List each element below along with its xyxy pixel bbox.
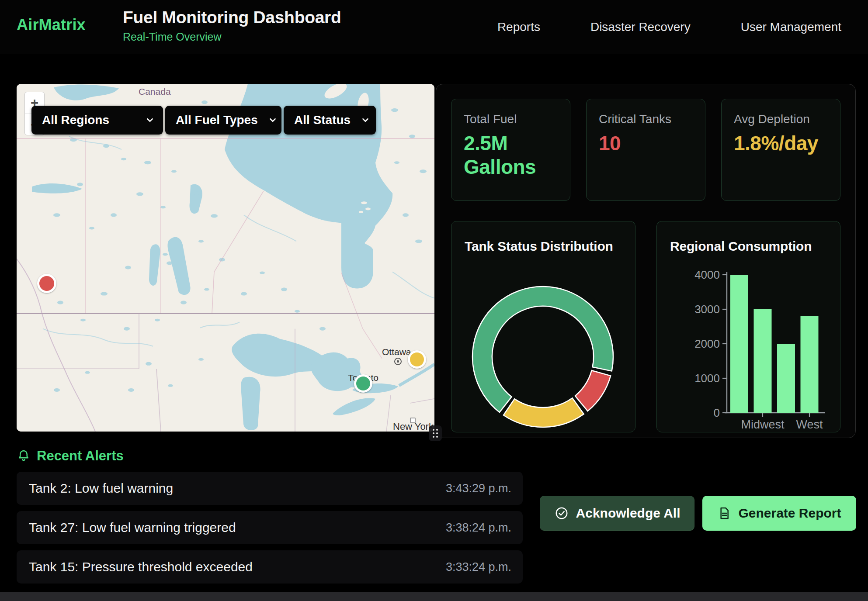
- tank-status-card: Tank Status Distribution: [451, 221, 635, 432]
- alerts-header: Recent Alerts: [17, 448, 124, 464]
- document-icon: [717, 506, 731, 520]
- map-marker-warning[interactable]: [408, 350, 426, 369]
- stat-card-avg-depletion: Avg Depletion1.8%/day: [721, 99, 840, 201]
- header-nav: ReportsDisaster RecoveryUser Management: [497, 0, 841, 54]
- page-subtitle: Real-Time Overview: [123, 31, 341, 43]
- filter-dropdown-all-fuel-types[interactable]: All Fuel Types: [165, 106, 281, 135]
- map-resize-handle-icon[interactable]: [429, 425, 442, 441]
- generate-report-label: Generate Report: [738, 506, 841, 521]
- svg-text:2000: 2000: [694, 337, 720, 350]
- acknowledge-all-label: Acknowledge All: [576, 506, 681, 521]
- svg-text:1000: 1000: [694, 372, 720, 385]
- stat-value: 10: [599, 131, 693, 155]
- chevron-down-icon: [361, 116, 370, 124]
- overview-panel: Total Fuel2.5M GallonsCritical Tanks10Av…: [436, 84, 856, 438]
- map-marker-critical[interactable]: [37, 274, 56, 293]
- filter-value: All Regions: [42, 113, 109, 127]
- map-marker-normal[interactable]: [354, 374, 372, 393]
- ottawa-city-dot-icon: [394, 358, 402, 365]
- svg-text:3000: 3000: [694, 303, 720, 316]
- filter-dropdown-all-regions[interactable]: All Regions: [31, 106, 163, 135]
- filter-value: All Status: [294, 113, 351, 127]
- alert-row: Tank 2: Low fuel warning3:43:29 p.m.: [17, 472, 523, 505]
- alert-message: Tank 15: Pressure threshold exceeded: [29, 560, 253, 574]
- alert-message: Tank 2: Low fuel warning: [29, 481, 173, 496]
- bar-3: [801, 316, 819, 413]
- stat-value: 1.8%/day: [734, 131, 828, 155]
- alerts-title: Recent Alerts: [37, 448, 124, 464]
- alert-time: 3:38:24 p.m.: [446, 521, 511, 535]
- donut-segment-red: [575, 370, 611, 411]
- stat-label: Critical Tanks: [599, 112, 693, 126]
- svg-text:West: West: [796, 418, 823, 431]
- acknowledge-all-button[interactable]: Acknowledge All: [540, 496, 694, 531]
- check-circle-icon: [554, 506, 569, 521]
- page-title: Fuel Monitoring Dashboard: [123, 8, 341, 27]
- new-york-town-dot-icon: [410, 418, 416, 423]
- stat-value: 2.5M Gallons: [464, 131, 558, 179]
- svg-text:4000: 4000: [694, 268, 720, 281]
- stat-card-critical-tanks: Critical Tanks10: [586, 99, 705, 201]
- fuel-monitoring-dashboard: AirMatrix Fuel Monitoring Dashboard Real…: [0, 0, 868, 601]
- map-basemap: [17, 84, 434, 432]
- generate-report-button[interactable]: Generate Report: [702, 496, 856, 531]
- nav-item-disaster-recovery[interactable]: Disaster Recovery: [590, 20, 691, 34]
- tank-status-donut-chart: [451, 221, 635, 432]
- nav-item-reports[interactable]: Reports: [497, 20, 540, 34]
- bar-1: [754, 309, 772, 413]
- charts-row: Tank Status Distribution Regional Consum…: [451, 221, 840, 432]
- svg-text:0: 0: [714, 406, 720, 419]
- alert-row: Tank 15: Pressure threshold exceeded3:33…: [17, 550, 523, 584]
- alert-message: Tank 27: Low fuel warning triggered: [29, 520, 236, 535]
- donut-segment-yellow: [503, 398, 584, 427]
- title-block: Fuel Monitoring Dashboard Real-Time Over…: [123, 8, 341, 43]
- alert-time: 3:33:24 p.m.: [446, 560, 511, 574]
- regional-consumption-card: Regional Consumption 01000200030004000Mi…: [656, 221, 840, 432]
- window-bottom-strip: [0, 592, 868, 601]
- stats-row: Total Fuel2.5M GallonsCritical Tanks10Av…: [451, 99, 840, 201]
- stat-label: Total Fuel: [464, 112, 558, 126]
- filter-value: All Fuel Types: [176, 113, 258, 127]
- chevron-down-icon: [268, 116, 277, 124]
- alert-time: 3:43:29 p.m.: [446, 482, 511, 495]
- map-canvas[interactable]: Canada Ottawa Toronto New York + − All R…: [17, 84, 434, 432]
- stat-card-total-fuel: Total Fuel2.5M Gallons: [451, 99, 570, 201]
- bell-icon: [17, 449, 31, 463]
- map-filters: All RegionsAll Fuel TypesAll Status: [31, 106, 376, 135]
- stat-label: Avg Depletion: [734, 112, 828, 126]
- bar-2: [777, 344, 795, 413]
- bar-0: [730, 275, 748, 413]
- brand-logo[interactable]: AirMatrix: [17, 16, 86, 34]
- chevron-down-icon: [146, 116, 154, 124]
- app-header: AirMatrix Fuel Monitoring Dashboard Real…: [0, 0, 868, 54]
- svg-text:Midwest: Midwest: [741, 418, 785, 431]
- regional-consumption-bar-chart: 01000200030004000MidwestWest: [657, 221, 840, 432]
- alert-row: Tank 27: Low fuel warning triggered3:38:…: [17, 511, 523, 544]
- filter-dropdown-all-status[interactable]: All Status: [284, 106, 376, 135]
- nav-item-user-management[interactable]: User Management: [741, 20, 841, 34]
